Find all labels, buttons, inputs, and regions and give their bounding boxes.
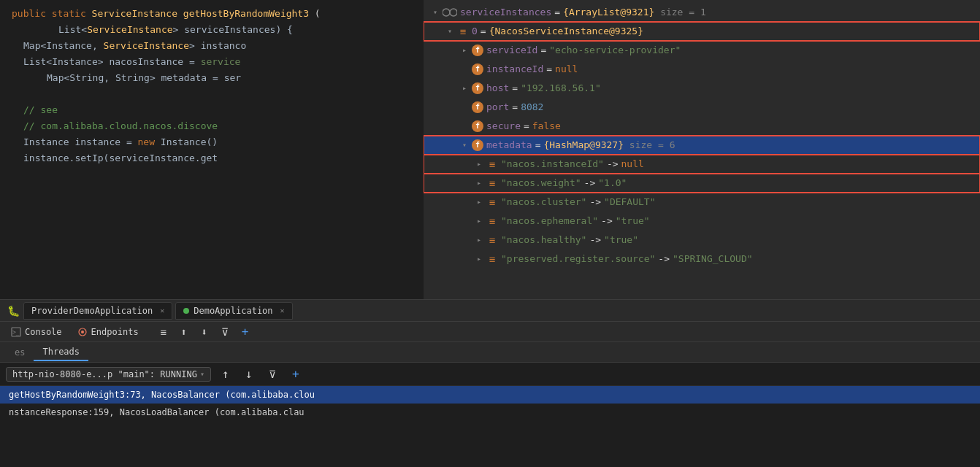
arrow-nacos-healthy: -> <box>589 232 601 248</box>
stack-frame-1[interactable]: nstanceResponse:159, NacosLoadBalancer (… <box>0 404 980 421</box>
list-icon-nacos-instanceid <box>486 158 498 170</box>
stack-frame-0[interactable]: getHostByRandomWeight3:73, NacosBalancer… <box>0 386 980 404</box>
debugger-panel[interactable]: serviceInstances = {ArrayList@9321} size… <box>424 0 980 299</box>
expand-nacos-weight[interactable] <box>473 177 485 189</box>
endpoints-label: Endpoints <box>91 327 139 337</box>
main-area: public static ServiceInstance getHostByR… <box>0 0 980 299</box>
eq-serviceid: = <box>540 42 546 58</box>
svg-point-0 <box>443 9 450 16</box>
key-nacos-cluster: "nacos.cluster" <box>501 194 586 210</box>
eq-0: = <box>554 4 560 20</box>
debug-row-nacos-ephemeral[interactable]: "nacos.ephemeral" -> "true" <box>424 212 980 231</box>
expand-host[interactable] <box>459 82 470 94</box>
list-icon-nacos-cluster <box>486 196 498 208</box>
expand-preserved[interactable] <box>473 253 485 265</box>
funnel-icon[interactable]: ⊽ <box>216 323 234 341</box>
code-line-comment1: // see <box>0 102 424 118</box>
download-icon[interactable]: ⬇ <box>196 323 213 341</box>
debugger-icon[interactable]: 🐛 <box>6 305 20 317</box>
val-serviceid: "echo-service-provider" <box>549 42 681 58</box>
var-metadata: metadata <box>486 137 532 153</box>
code-line-comment2: // com.alibaba.cloud.nacos.discove <box>0 118 424 134</box>
var-host: host <box>486 80 509 96</box>
val-preserved: "SPRING_CLOUD" <box>673 251 753 267</box>
field-icon-metadata: f <box>472 139 483 151</box>
bottom-panel: 🐛 ProviderDemoApplication ✕ DemoApplicat… <box>0 299 980 467</box>
debug-row-instanceid[interactable]: f instanceId = null <box>424 60 980 79</box>
thread-add-btn[interactable]: + <box>287 366 305 383</box>
thread-down-btn[interactable]: ↓ <box>240 366 258 383</box>
code-line-1: public static ServiceInstance getHostByR… <box>0 6 424 22</box>
val-nacos-weight: "1.0" <box>598 175 627 191</box>
tab-demo-dot <box>183 308 189 314</box>
expand-arrow-item0[interactable] <box>444 26 456 37</box>
svg-point-1 <box>450 9 457 16</box>
var-serviceid: serviceId <box>486 42 537 58</box>
expand-nacos-instanceid[interactable] <box>473 158 485 170</box>
filter-icon[interactable]: ≡ <box>155 323 172 341</box>
expand-nacos-cluster[interactable] <box>473 196 485 208</box>
tab-provider-demo[interactable]: ProviderDemoApplication ✕ <box>23 302 172 320</box>
subtab-es[interactable]: es <box>6 344 34 360</box>
bottom-tabs: 🐛 ProviderDemoApplication ✕ DemoApplicat… <box>0 300 980 322</box>
debug-row-metadata[interactable]: f metadata = {HashMap@9327} size = 6 <box>424 136 980 155</box>
val-instanceid: null <box>555 61 578 77</box>
debug-row-nacos-cluster[interactable]: "nacos.cluster" -> "DEFAULT" <box>424 193 980 212</box>
eq-secure: = <box>524 118 529 134</box>
debug-row-serviceinstances[interactable]: serviceInstances = {ArrayList@9321} size… <box>424 3 980 22</box>
debug-row-preserved[interactable]: "preserved.register.source" -> "SPRING_C… <box>424 250 980 269</box>
key-nacos-instanceid: "nacos.instanceId" <box>501 156 604 172</box>
bottom-subtabs: es Threads <box>0 342 980 363</box>
subtab-threads[interactable]: Threads <box>34 344 88 361</box>
debug-row-host[interactable]: f host = "192.168.56.1" <box>424 79 980 98</box>
val-nacos-ephemeral: "true" <box>616 213 650 229</box>
keyword-public: public <box>12 8 46 19</box>
debug-row-item0[interactable]: 0 = {NacosServiceInstance@9325} <box>424 22 980 41</box>
type-serviceinstance: ServiceInstance <box>92 8 177 19</box>
oo-icon <box>443 7 457 18</box>
tab-provider-close[interactable]: ✕ <box>160 306 164 314</box>
expand-nacos-healthy[interactable] <box>473 234 485 246</box>
debug-row-nacos-instanceid[interactable]: "nacos.instanceId" -> null <box>424 155 980 174</box>
expand-nacos-ephemeral[interactable] <box>473 215 485 227</box>
tab-demo-close[interactable]: ✕ <box>280 306 285 314</box>
eq-port: = <box>512 99 518 115</box>
size-metadata: size = 6 <box>624 137 675 153</box>
eq-instanceid: = <box>546 61 552 77</box>
debug-row-nacos-weight[interactable]: "nacos.weight" -> "1.0" <box>424 174 980 193</box>
list-icon-nacos-weight <box>486 177 498 189</box>
field-icon-host: f <box>472 82 483 94</box>
size-serviceinstances: size = 1 <box>654 4 705 20</box>
var-0: 0 <box>472 23 478 39</box>
arrow-preserved: -> <box>658 251 670 267</box>
expand-arrow-serviceinstances[interactable] <box>429 7 441 18</box>
arrow-nacos-ephemeral: -> <box>601 213 613 229</box>
tab-provider-label: ProviderDemoApplication <box>31 306 153 316</box>
code-line-3: Map<Instance, ServiceInstance> instanco <box>0 38 424 54</box>
thread-selector[interactable]: http-nio-8080-e...p "main": RUNNING ▾ <box>6 367 211 382</box>
thread-filter-btn[interactable]: ⊽ <box>264 366 281 383</box>
dropdown-arrow: ▾ <box>200 370 204 378</box>
console-icon: >_ <box>10 326 22 338</box>
upload-icon[interactable]: ⬆ <box>175 323 193 341</box>
thread-up-btn[interactable]: ↑ <box>217 366 234 383</box>
add-icon[interactable]: + <box>237 323 254 341</box>
toolbar-console[interactable]: >_ Console <box>6 325 66 339</box>
debug-row-port[interactable]: f port = 8082 <box>424 98 980 117</box>
toolbar-endpoints[interactable]: Endpoints <box>72 325 143 339</box>
debug-row-secure[interactable]: f secure = false <box>424 117 980 136</box>
list-icon-nacos-ephemeral <box>486 215 498 227</box>
arrow-nacos-instanceid: -> <box>607 156 619 172</box>
tab-demo-label: DemoApplication <box>194 306 272 316</box>
code-content: public static ServiceInstance getHostByR… <box>0 0 424 172</box>
eq-host: = <box>512 80 518 96</box>
debug-tree: serviceInstances = {ArrayList@9321} size… <box>424 0 980 271</box>
tab-demo-app[interactable]: DemoApplication ✕ <box>175 302 292 320</box>
debug-row-serviceid[interactable]: f serviceId = "echo-service-provider" <box>424 41 980 60</box>
expand-serviceid[interactable] <box>459 45 470 56</box>
svg-text:>_: >_ <box>12 329 20 336</box>
var-instanceid: instanceId <box>486 61 543 77</box>
list-icon-nacos-healthy <box>486 234 498 246</box>
debug-row-nacos-healthy[interactable]: "nacos.healthy" -> "true" <box>424 231 980 250</box>
expand-metadata[interactable] <box>459 139 470 151</box>
